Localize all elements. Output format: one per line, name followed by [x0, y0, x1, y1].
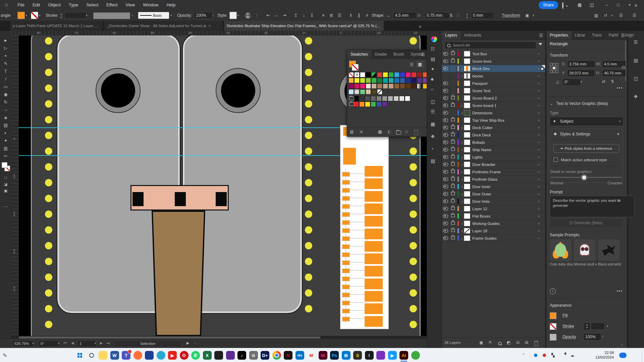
score-small-block[interactable] [342, 180, 350, 185]
lock-cell[interactable] [449, 65, 457, 72]
grid-view-icon[interactable]: ▦ [417, 61, 423, 67]
swatch[interactable] [354, 96, 359, 101]
rotation-dropdown-icon[interactable]: ▾ [58, 342, 59, 345]
layer-row-dimensions[interactable]: ›Dimensions○ [442, 109, 545, 117]
layer-row-portholes-frame[interactable]: ›Portholes Frame○ [442, 168, 545, 176]
lock-cell[interactable] [449, 87, 457, 94]
transform-anchor-icon[interactable]: ▣ [525, 10, 529, 21]
layer-row-door-outer[interactable]: ›Door Outer○ [442, 190, 545, 198]
target-icon[interactable]: ○ [538, 192, 540, 196]
expand-icon[interactable]: › [460, 192, 464, 196]
beam-bar[interactable] [130, 185, 229, 210]
expand-icon[interactable]: › [460, 126, 464, 130]
layer-row-layer-12[interactable]: Layer 12○ [442, 205, 545, 213]
score-large-block[interactable] [365, 316, 383, 327]
shape-width-field[interactable]: 4.5 mm [393, 12, 417, 19]
swatch[interactable] [377, 78, 382, 83]
menu-help[interactable]: Help [162, 0, 179, 10]
swatch[interactable] [376, 102, 382, 107]
target-icon[interactable]: ○ [538, 185, 540, 188]
visibility-cell[interactable] [442, 146, 449, 153]
score-large-block[interactable] [365, 241, 383, 252]
menu-edit[interactable]: Edit [29, 0, 44, 10]
target-icon[interactable]: ○ [538, 170, 540, 174]
porthole-dot[interactable] [410, 242, 417, 249]
swatch[interactable] [366, 78, 371, 83]
tab-close-icon[interactable]: × [101, 24, 103, 28]
porthole-dot[interactable] [45, 258, 52, 265]
score-small-block[interactable] [342, 244, 350, 249]
visibility-cell[interactable] [442, 220, 449, 227]
fill-indicator-chip[interactable] [2, 162, 7, 168]
swatch[interactable] [394, 72, 399, 77]
minimize-button[interactable]: – [601, 0, 612, 10]
score-small-block[interactable] [342, 293, 350, 297]
porthole-dot[interactable] [305, 37, 312, 45]
menu-object[interactable]: Object [44, 0, 65, 10]
taskbar-clock[interactable]: 22:58 13/03/2024 [595, 350, 614, 360]
score-small-block[interactable] [342, 317, 350, 321]
expand-icon[interactable]: › [460, 74, 464, 78]
document-tab-1[interactable]: p Laser THIN Parts UPDATE 12 March 1 Lay… [10, 21, 103, 31]
visibility-cell[interactable] [442, 117, 449, 124]
lock-cell[interactable] [449, 95, 457, 102]
artboard-dropdown-icon[interactable]: ▾ [95, 342, 96, 345]
swatch[interactable] [360, 78, 365, 83]
swatch[interactable] [365, 96, 370, 101]
lock-cell[interactable] [449, 102, 457, 109]
porthole-dot[interactable] [410, 163, 417, 171]
score-small-block[interactable] [342, 252, 350, 257]
score-small-block[interactable] [342, 212, 350, 217]
visibility-cell[interactable] [442, 58, 449, 65]
swatch[interactable] [400, 83, 405, 89]
sample-prompt[interactable]: Minimal skull wi... [574, 239, 597, 266]
align-middle-icon[interactable]: ↕ [301, 12, 307, 18]
swatch[interactable] [411, 83, 417, 89]
swatch[interactable] [348, 83, 354, 89]
new-swatch-group-icon[interactable] [396, 131, 401, 134]
expand-icon[interactable]: › [460, 185, 464, 189]
porthole-dot[interactable] [305, 147, 312, 155]
layer-row-passport[interactable]: Passport○ [442, 80, 545, 87]
target-icon[interactable]: ○ [538, 111, 540, 115]
arrange-documents-icon[interactable]: ▦ [578, 2, 582, 7]
selection-tool-icon[interactable]: ► [0, 37, 11, 44]
swatch[interactable] [366, 83, 371, 89]
pattern-icon[interactable]: ▤ [431, 56, 435, 62]
dock-icon[interactable]: ◫ [634, 76, 638, 81]
appearance-stroke-swatch[interactable] [550, 323, 556, 330]
history-dropdown-icon[interactable]: ▾ [611, 10, 613, 21]
transparency-icon[interactable]: ◔ [431, 146, 433, 152]
keyboard-tray-icon[interactable]: ▚ [551, 353, 554, 358]
swatch[interactable] [371, 72, 377, 77]
volume-icon[interactable] [562, 352, 566, 355]
target-icon[interactable]: ○ [538, 222, 540, 225]
lock-cell[interactable] [449, 161, 457, 168]
swatch[interactable] [360, 72, 365, 77]
swatch[interactable] [371, 83, 377, 89]
score-small-block[interactable] [342, 285, 350, 289]
score-small-block[interactable] [342, 277, 350, 281]
swatch[interactable] [400, 72, 405, 77]
swatch-group-folder-icon[interactable] [348, 102, 353, 106]
tab-artboards[interactable]: Artboards [461, 31, 485, 40]
expand-icon[interactable]: › [460, 148, 464, 152]
lock-cell[interactable] [449, 183, 457, 190]
angle-dropdown-icon[interactable]: ▾ [581, 80, 582, 83]
fill-dropdown-icon[interactable]: ▾ [25, 10, 27, 21]
lock-cell[interactable] [449, 235, 457, 242]
score-large-block[interactable] [365, 203, 383, 214]
tab-swatches[interactable]: Swatches [347, 50, 371, 59]
visibility-cell[interactable] [442, 168, 449, 175]
lock-cell[interactable] [449, 80, 457, 87]
corner-radius-field[interactable]: 0 mm [471, 12, 494, 19]
score-card-strip[interactable] [340, 125, 389, 329]
expand-icon[interactable]: › [460, 222, 464, 226]
new-sublayer-icon[interactable]: ⊟ [516, 340, 520, 345]
generate-button[interactable]: ⊡ Generate (Beta) [550, 219, 622, 227]
stroke-panel-icon[interactable]: ○ [431, 86, 433, 92]
lock-cell[interactable] [449, 176, 457, 183]
swatch[interactable] [354, 102, 359, 107]
taskbar-sky[interactable]: sky [296, 351, 304, 360]
expand-icon[interactable]: › [460, 163, 464, 167]
